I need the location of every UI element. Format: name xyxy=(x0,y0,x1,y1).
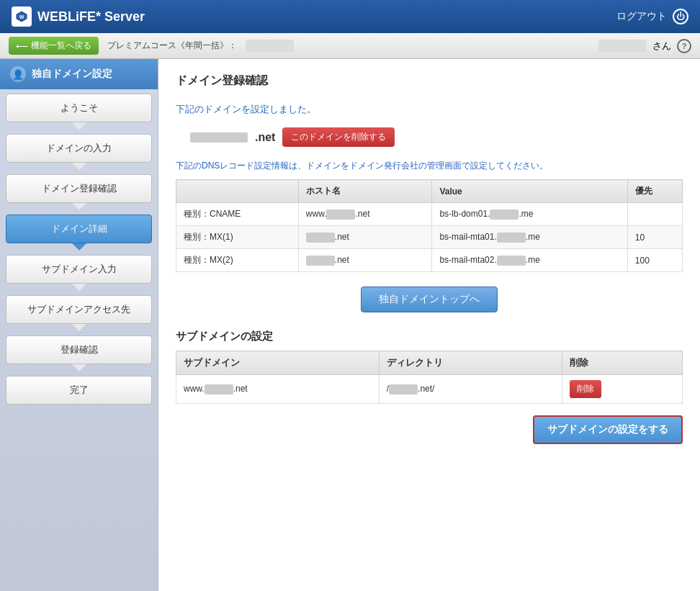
back-icon: ⟵ xyxy=(16,41,28,51)
dns-row2-hostname: .net xyxy=(298,226,432,249)
dns-col-hostname: ホスト名 xyxy=(298,180,432,203)
user-name xyxy=(598,40,647,53)
dns-table: ホスト名 Value 優先 種別：CNAME www. .net bs-lb-d… xyxy=(176,179,683,272)
back-button[interactable]: ⟵ 機能一覧へ戻る xyxy=(9,37,99,55)
dns-col-value: Value xyxy=(432,180,627,203)
main-container: 👤 独自ドメイン設定 ようこそ ドメインの入力 ドメイン登録確認 ドメイン詳細 … xyxy=(0,59,700,591)
subdomain-col-directory: ディレクトリ xyxy=(379,351,562,375)
subdomain-col-delete: 削除 xyxy=(562,351,683,375)
domain-blurred xyxy=(190,132,248,143)
nav-arrow-subdomain-access xyxy=(72,324,86,331)
nav-arrow-yokoso xyxy=(72,122,86,130)
nav-btn-registration-confirm[interactable]: 登録確認 xyxy=(6,335,152,364)
sub-header-right: さん ? xyxy=(598,39,691,53)
person-icon: 👤 xyxy=(10,66,26,82)
logout-label: ログアウト xyxy=(616,10,667,23)
dns-row1-priority xyxy=(627,203,682,226)
sidebar-title: 👤 独自ドメイン設定 xyxy=(0,59,158,89)
nav-btn-complete[interactable]: 完了 xyxy=(6,376,152,405)
nav-arrow-domain-input xyxy=(72,163,86,170)
premium-label: プレミアムコース《年間一括》： xyxy=(107,40,237,52)
dns-row3-value: bs-mail-mta02. .me xyxy=(432,249,627,272)
dns-row1-value: bs-lb-dom01. .me xyxy=(432,203,627,226)
delete-domain-button[interactable]: このドメインを削除する xyxy=(282,127,395,147)
dns-row3-priority: 100 xyxy=(627,249,682,272)
subdomain-row1-delete-cell: 削除 xyxy=(562,375,683,404)
table-row: 種別：CNAME www. .net bs-lb-dom01. .me xyxy=(176,203,683,226)
delete-subdomain-button[interactable]: 削除 xyxy=(570,380,601,398)
nav-arrow-domain-detail xyxy=(72,243,86,251)
subdomain-setting-button[interactable]: サブドメインの設定をする xyxy=(533,415,683,444)
dns-row1-type: 種別：CNAME xyxy=(176,203,299,226)
nav-item-subdomain-access[interactable]: サブドメインアクセス先 xyxy=(6,295,152,331)
nav-btn-domain-detail[interactable]: ドメイン詳細 xyxy=(6,215,152,243)
domain-display: .net このドメインを削除する xyxy=(176,127,683,147)
dns-row2-value: bs-mail-mta01. .me xyxy=(432,226,627,249)
user-san: さん xyxy=(652,40,671,53)
dns-col-type xyxy=(176,180,299,203)
subdomain-table: サブドメイン ディレクトリ 削除 www. .net / .net/ 削除 xyxy=(176,351,683,404)
subdomain-row1-directory: / .net/ xyxy=(379,375,562,404)
dns-row1-hostname: www. .net xyxy=(298,203,432,226)
dns-info-text: 下記のDNSレコード設定情報は、ドメインをドメイン発行会社の管理画面で設定してく… xyxy=(176,160,683,172)
dns-row3-type: 種別：MX(2) xyxy=(176,249,299,272)
nav-arrow-domain-confirm xyxy=(72,203,86,210)
table-row: 種別：MX(1) .net bs-mail-mta01. .me 10 xyxy=(176,226,683,249)
nav-item-yokoso[interactable]: ようこそ xyxy=(6,94,152,130)
nav-item-registration-confirm[interactable]: 登録確認 xyxy=(6,335,152,371)
svg-text:W: W xyxy=(19,14,24,19)
subdomain-col-subdomain: サブドメイン xyxy=(176,351,380,375)
sidebar: 👤 独自ドメイン設定 ようこそ ドメインの入力 ドメイン登録確認 ドメイン詳細 … xyxy=(0,59,158,591)
nav-item-subdomain-input[interactable]: サブドメイン入力 xyxy=(6,255,152,291)
nav-btn-domain-input[interactable]: ドメインの入力 xyxy=(6,134,152,163)
nav-btn-yokoso[interactable]: ようこそ xyxy=(6,94,152,122)
help-button[interactable]: ? xyxy=(677,39,691,53)
nav-item-complete[interactable]: 完了 xyxy=(6,376,152,405)
nav-btn-subdomain-input[interactable]: サブドメイン入力 xyxy=(6,255,152,284)
nav-item-domain-input[interactable]: ドメインの入力 xyxy=(6,134,152,170)
nav-item-domain-detail[interactable]: ドメイン詳細 xyxy=(6,215,152,251)
nav-arrow-subdomain-input xyxy=(72,284,86,291)
confirm-text: 下記のドメインを設定しました。 xyxy=(176,103,683,116)
dns-row2-priority: 10 xyxy=(627,226,682,249)
dns-row3-hostname: .net xyxy=(298,249,432,272)
nav-arrow-registration-confirm xyxy=(72,364,86,371)
logo-icon: W xyxy=(12,6,32,27)
app-logo: W WEBLiFE* Server xyxy=(12,6,145,27)
subdomain-section-title: サブドメインの設定 xyxy=(176,330,683,343)
table-row: www. .net / .net/ 削除 xyxy=(176,375,683,404)
nav-btn-domain-confirm[interactable]: ドメイン登録確認 xyxy=(6,174,152,203)
power-icon: ⏻ xyxy=(673,9,688,24)
nav-item-domain-confirm[interactable]: ドメイン登録確認 xyxy=(6,174,152,210)
subdomain-row1-subdomain: www. .net xyxy=(176,375,380,404)
content-area: ドメイン登録確認 下記のドメインを設定しました。 .net このドメインを削除す… xyxy=(158,59,700,591)
domain-suffix: .net xyxy=(255,131,275,144)
dns-row2-type: 種別：MX(1) xyxy=(176,226,299,249)
dns-col-priority: 優先 xyxy=(627,180,682,203)
sub-header-left: ⟵ 機能一覧へ戻る プレミアムコース《年間一括》： xyxy=(9,37,294,55)
sub-header: ⟵ 機能一覧へ戻る プレミアムコース《年間一括》： さん ? xyxy=(0,33,700,59)
app-header: W WEBLiFE* Server ログアウト ⏻ xyxy=(0,0,700,33)
premium-value xyxy=(246,40,294,53)
domain-top-button[interactable]: 独自ドメイントップへ xyxy=(361,287,498,312)
section-title: ドメイン登録確認 xyxy=(176,73,683,93)
nav-btn-subdomain-access[interactable]: サブドメインアクセス先 xyxy=(6,295,152,324)
table-row: 種別：MX(2) .net bs-mail-mta02. .me 100 xyxy=(176,249,683,272)
logout-area[interactable]: ログアウト ⏻ xyxy=(616,9,688,24)
